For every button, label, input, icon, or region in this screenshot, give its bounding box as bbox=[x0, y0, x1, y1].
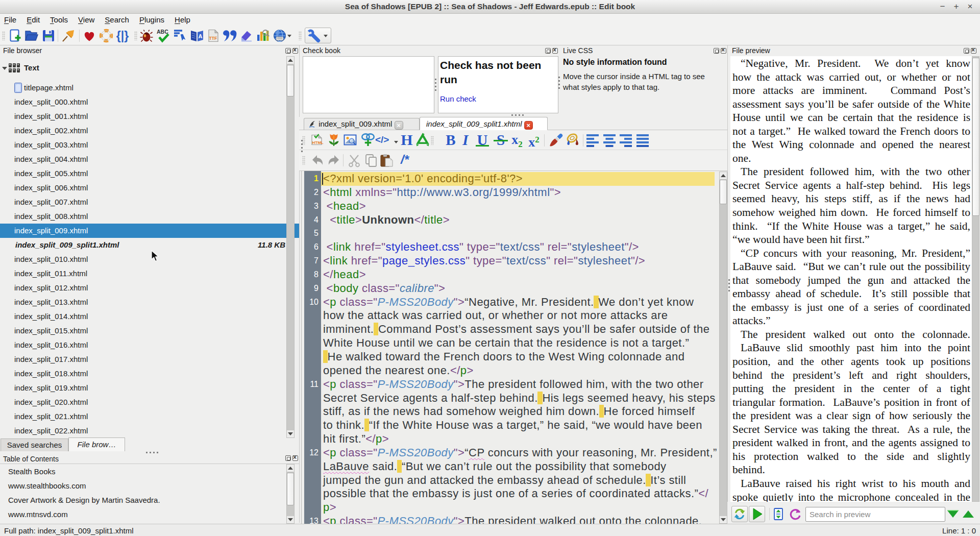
svg-text:HTML: HTML bbox=[312, 140, 324, 145]
svg-text:TTF: TTF bbox=[209, 36, 217, 41]
svg-text:ABC: ABC bbox=[157, 29, 168, 35]
svg-text:A: A bbox=[199, 33, 203, 39]
